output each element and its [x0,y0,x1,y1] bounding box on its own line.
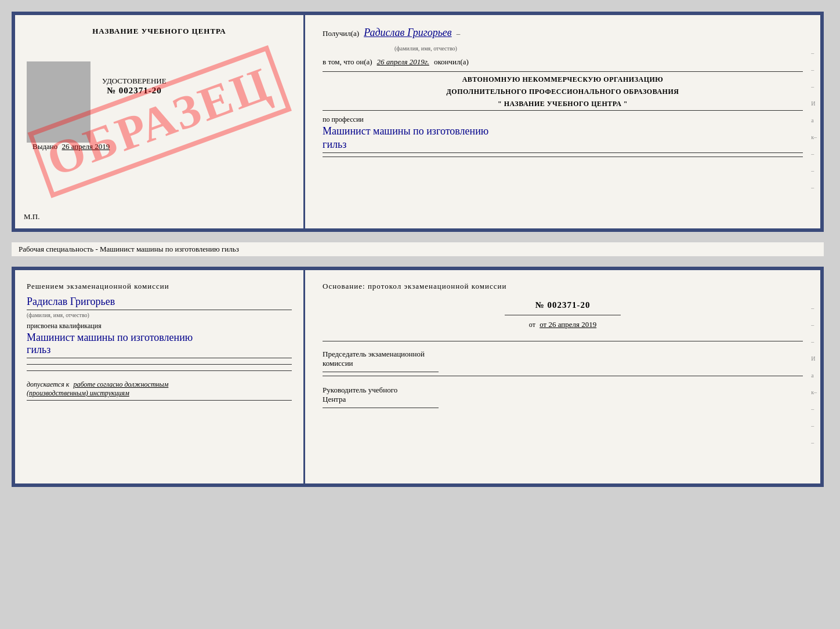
poluchil-row: Получил(а) Радислав Григорьев – [323,27,803,39]
work-text: работе согласно должностным [73,380,168,388]
poluchil-label: Получил(а) [323,29,359,38]
komissii-text: комиссии [323,359,353,368]
tsentra-text: Центра [323,395,346,403]
assigned-label: присвоена квалификация [27,322,292,330]
top-left-title: НАЗВАНИЕ УЧЕБНОГО ЦЕНТРА [27,27,292,36]
profession-text: Машинист машины по изготовлению [323,125,803,137]
mp-line: М.П. [24,212,39,221]
protocol-num: № 002371-20 [323,300,803,310]
line3 [323,152,803,153]
udostoverenie-num: № 002371-20 [102,86,166,96]
ot-date: от от 26 апреля 2019 [323,320,803,329]
udostoverenie-title: УДОСТОВЕРЕНИЕ [102,77,166,86]
bottom-name-line [27,310,292,310]
bottom-line3 [27,370,292,371]
vtom-label: в том, что он(а) [323,57,372,67]
vydano-date: 26 апреля 2019 [62,142,110,151]
decision-title: Решением экзаменационной комиссии [27,282,292,291]
side-dashes-top: – – – И а к– – – – [811,50,817,191]
top-certificate: НАЗВАНИЕ УЧЕБНОГО ЦЕНТРА УДОСТОВЕРЕНИЕ №… [12,12,824,232]
photo-placeholder [27,61,90,143]
completion-date: 26 апреля 2019г. [377,57,429,67]
protocol-line [505,315,621,315]
line1 [323,71,803,72]
po-professii: по профессии [323,115,803,124]
bottom-certificate: Решением экзаменационной комиссии Радисл… [12,267,824,487]
cert-top-left: НАЗВАНИЕ УЧЕБНОГО ЦЕНТРА УДОСТОВЕРЕНИЕ №… [15,15,305,228]
org-line3: " НАЗВАНИЕ УЧЕБНОГО ЦЕНТРА " [323,100,803,108]
dash-poluchil: – [457,29,461,38]
dopuskaetsya-block: допускается к работе согласно должностны… [27,380,292,398]
profession-text2: гильз [323,139,803,151]
middle-label: Рабочая специальность - Машинист машины … [12,242,824,256]
bottom-fio-label: (фамилия, имя, отчество) [27,312,292,318]
line4 [323,157,803,157]
vtom-row: в том, что он(а) 26 апреля 2019г. окончи… [323,57,803,67]
osnovaniye-title: Основание: протокол экзаменационной коми… [323,282,803,291]
fio-label-top: (фамилия, имя, отчество) [394,45,457,52]
cert-top-right: Получил(а) Радислав Григорьев – (фамилия… [305,15,820,228]
rukovoditel-text: Руководитель учебного [323,386,397,394]
rukovoditel-signature-line [323,408,439,408]
cert-bottom-left: Решением экзаменационной комиссии Радисл… [15,270,305,483]
okonchil-label: окончил(а) [434,57,469,67]
dopuskaetsya-label: допускается к [27,380,69,388]
bottom-line2 [27,364,292,365]
bottom-right-line1 [323,341,803,341]
vydano-label: Выдано [32,142,57,151]
org-line1: АВТОНОМНУЮ НЕКОММЕРЧЕСКУЮ ОРГАНИЗАЦИЮ [323,75,803,84]
predsedatel-label: Председатель экзаменационной комиссии [323,350,803,368]
bottom-recipient-name: Радислав Григорьев [27,296,292,308]
bottom-qualification: Машинист машины по изготовлению [27,332,292,344]
ot-prefix: от [529,321,535,329]
org-line2: ДОПОЛНИТЕЛЬНОГО ПРОФЕССИОНАЛЬНОГО ОБРАЗО… [323,88,803,96]
bottom-qualification2: гильз [27,344,292,356]
recipient-name: Радислав Григорьев [364,27,452,39]
page-wrapper: НАЗВАНИЕ УЧЕБНОГО ЦЕНТРА УДОСТОВЕРЕНИЕ №… [12,12,828,487]
bottom-right-line2 [323,376,803,376]
work-text2: (производственным) инструкциям [27,389,129,397]
ot-date-value: от 26 апреля 2019 [540,320,596,329]
line2 [323,110,803,111]
side-dashes-bottom: – – – И а к– – – – [811,305,817,446]
predsedatel-signature-line [323,372,439,372]
vydano-line: Выдано 26 апреля 2019 [32,142,110,151]
bottom-line1 [27,358,292,358]
cert-bottom-right: Основание: протокол экзаменационной коми… [305,270,820,483]
rukovoditel-label: Руководитель учебного Центра [323,386,803,404]
udostoverenie-block: УДОСТОВЕРЕНИЕ № 002371-20 [102,77,166,96]
predsedatel-text: Председатель экзаменационной [323,350,425,358]
bottom-line4 [27,400,292,401]
